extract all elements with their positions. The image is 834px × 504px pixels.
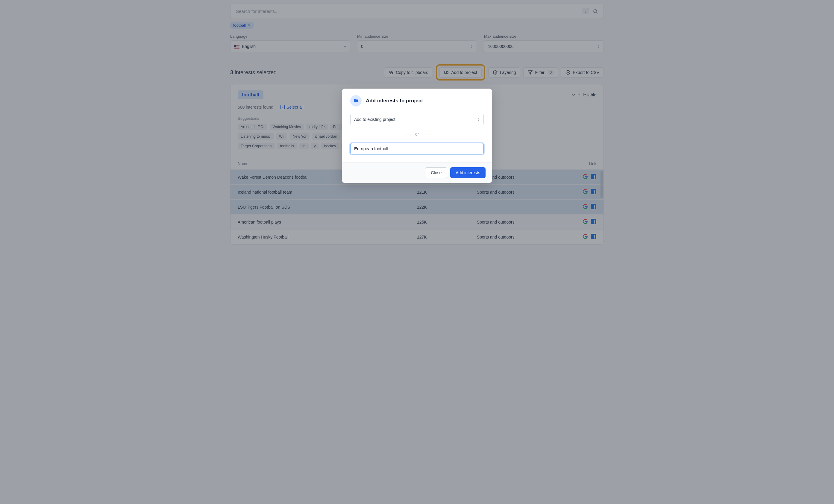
folder-plus-icon — [350, 95, 361, 107]
existing-project-select[interactable]: Add to existing project — [350, 114, 484, 125]
modal-title: Add interests to project — [366, 98, 423, 104]
modal-overlay[interactable]: Add interests to project Add to existing… — [0, 0, 834, 248]
add-interests-button[interactable]: Add interests — [450, 167, 486, 178]
add-interests-modal: Add interests to project Add to existing… — [342, 89, 492, 183]
new-project-name-input[interactable] — [350, 143, 484, 154]
select-arrows-icon — [478, 118, 480, 121]
svg-rect-11 — [356, 100, 356, 101]
close-button[interactable]: Close — [425, 167, 447, 178]
or-divider: or — [350, 132, 484, 136]
